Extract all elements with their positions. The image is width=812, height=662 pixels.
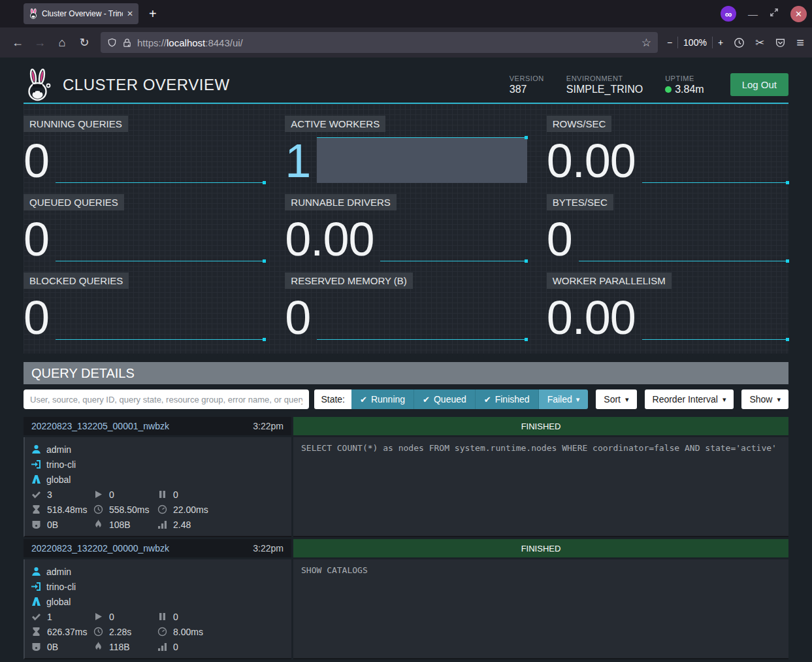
query-user: admin [46,567,71,577]
chevron-down-icon: ▾ [723,395,726,404]
query-time: 3:22pm [253,421,284,431]
peak-memory-flame-icon [93,520,103,529]
version-stat: VERSION 387 [510,74,544,95]
uptime-status-dot [665,86,672,93]
trino-cluster-overview-page: CLUSTER OVERVIEW VERSION 387 ENVIRONMENT… [0,58,812,662]
stat-card-value: 0 [24,295,49,340]
stat-card-label: BYTES/SEC [547,194,613,210]
tab-title: Cluster Overview - Trino [42,9,123,18]
peak-memory: 118B [109,642,130,652]
stat-card: BYTES/SEC 0 [547,194,788,266]
stat-card: ROWS/SEC 0.00 [547,116,788,188]
resource-group-road-icon [31,474,41,484]
stat-card-value: 0 [24,217,49,261]
cpu-time-clock-icon [93,505,103,514]
sparkline [317,137,527,183]
zoom-in-button[interactable]: + [718,37,723,48]
logout-button[interactable]: Log Out [730,73,788,96]
window-minimize-button[interactable]: — [748,8,758,20]
window-maximize-button[interactable] [770,8,779,20]
state-filter-group: State: ✔ Running ▾ ✔ Queued ▾ ✔ Finished… [314,389,588,409]
wall-time: 518.48ms [47,505,87,515]
stat-card-value: 0 [24,139,49,183]
wall-time-hourglass-icon [31,505,41,514]
cumulative-memory-chart-icon [157,642,167,652]
pocket-icon[interactable] [775,37,786,48]
tab-close-icon[interactable]: ✕ [127,9,133,18]
back-icon[interactable]: ← [8,33,27,52]
reorder-interval-button[interactable]: Reorder Interval▾ [645,389,734,409]
show-button[interactable]: Show▾ [741,389,788,409]
query-sql-text: SHOW CATALOGS [293,559,788,659]
new-tab-button[interactable]: + [149,7,157,22]
peak-memory-flame-icon [93,642,103,652]
state-filter-button[interactable]: ✔ Failed ▾ [539,389,589,409]
query-id-link[interactable]: 20220823_132205_00001_nwbzk [31,421,169,431]
window-close-button[interactable]: ✕ [790,6,807,22]
peak-memory: 108B [109,520,131,530]
execution-time-gauge-icon [157,627,167,637]
zoom-out-button[interactable]: − [667,37,672,48]
chevron-down-icon: ▾ [576,395,580,404]
sort-button[interactable]: Sort▾ [596,389,636,409]
queued-splits-pause-icon [157,612,167,621]
query-row: 20220823_132205_00001_nwbzk 3:22pm admin… [24,417,788,537]
browser-titlebar: Cluster Overview - Trino ✕ + ∞ — ✕ [0,0,812,27]
check-icon: ✔ [360,395,367,405]
queued-splits-pause-icon [157,489,167,499]
cumulative-memory: 2.48 [173,520,191,530]
stat-card-value: 1 [285,139,310,183]
browser-tab[interactable]: Cluster Overview - Trino ✕ [24,3,138,24]
queued-splits: 0 [173,489,178,500]
query-resource-group: global [46,597,71,607]
stat-card: RUNNING QUERIES 0 [24,116,265,188]
cpu-time: 558.50ms [109,505,149,515]
query-state-badge: FINISHED [293,417,788,435]
menu-hamburger-icon[interactable]: ≡ [796,35,804,50]
stat-card-label: ROWS/SEC [547,116,612,132]
forward-icon[interactable]: → [30,33,50,52]
browser-toolbar: ← → ⌂ ↻ https://localhost:8443/ui/ ☆ − 1… [0,27,812,58]
cpu-time-clock-icon [93,627,103,637]
current-memory: 0B [47,520,58,530]
user-icon [31,444,41,454]
trino-favicon-icon [29,8,38,19]
screenshot-scissors-icon[interactable]: ✂ [755,36,764,50]
state-filter-button[interactable]: ✔ Finished ▾ [476,389,539,409]
query-source: trino-cli [46,459,76,470]
zoom-level[interactable]: 100% [683,37,707,48]
state-filter-button[interactable]: ✔ Running ▾ [351,389,414,409]
stat-card-value: 0.00 [547,295,636,340]
sparkline [56,294,265,340]
running-splits-play-icon [93,612,103,621]
history-clock-icon[interactable] [734,37,745,48]
state-label: State: [314,389,351,409]
cpu-time: 2.28s [109,627,131,637]
query-state-badge: FINISHED [293,539,788,557]
execution-time: 22.00ms [173,505,208,515]
chevron-down-icon: ▾ [625,395,629,404]
reload-icon[interactable]: ↻ [74,33,94,52]
query-details-header: QUERY DETAILS [24,362,788,384]
query-row: 20220823_132202_00000_nwbzk 3:22pm admin… [24,539,788,659]
completed-splits: 1 [47,612,52,622]
current-memory: 0B [47,642,58,652]
shield-icon[interactable] [107,38,117,48]
query-user: admin [46,444,71,455]
stat-card-grid: RUNNING QUERIES 0 ACTIVE WORKERS 1 ROWS/… [24,116,788,344]
sparkline [579,216,788,261]
query-sql-text: SELECT COUNT(*) as nodes FROM system.run… [293,437,788,537]
home-icon[interactable]: ⌂ [52,33,72,52]
query-id-link[interactable]: 20220823_132202_00000_nwbzk [31,543,169,554]
url-bar[interactable]: https://localhost:8443/ui/ ☆ [101,32,658,53]
sparkline [56,216,265,261]
bookmark-star-icon[interactable]: ☆ [641,36,651,50]
query-search-input[interactable] [24,389,309,409]
lock-warning-icon[interactable] [122,38,132,48]
cluster-hud: RUNNING QUERIES 0 ACTIVE WORKERS 1 ROWS/… [24,104,788,354]
state-filter-button[interactable]: ✔ Queued ▾ [414,389,476,409]
stat-card-label: RESERVED MEMORY (B) [285,273,413,289]
stat-card-value: 0 [547,217,572,261]
stat-card: RUNNABLE DRIVERS 0.00 [285,194,527,266]
cumulative-memory: 0 [173,642,178,652]
